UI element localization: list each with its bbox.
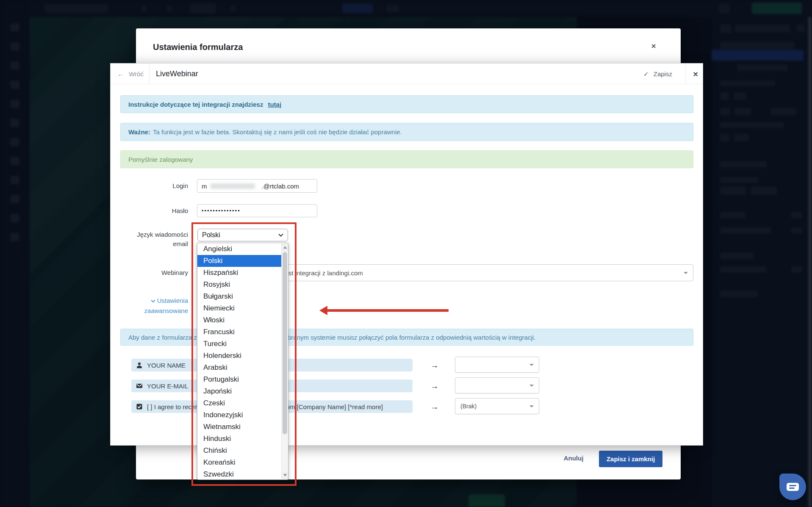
chevron-down-icon [151,299,155,303]
annotation-arrow [327,309,449,312]
webinars-label: Webinary [111,268,188,277]
arrow-right-icon: → [428,402,441,412]
mapping-select[interactable] [455,377,539,393]
chevron-down-icon [529,364,534,366]
mapping-select[interactable] [455,357,539,373]
beta-text: Ta funkcja jest w fazie beta. Skontaktuj… [153,128,402,136]
mapping-value: (Brak) [460,403,477,410]
language-option[interactable]: Rosyjski [197,279,282,291]
language-option[interactable]: Japoński [197,385,282,397]
password-label: Hasło [111,206,188,216]
scroll-up-button[interactable] [282,244,288,251]
scrollbar-thumb[interactable] [283,252,287,434]
header-divider [149,64,150,84]
language-option[interactable]: Szwedzki [197,468,282,479]
annotation-arrow-head [319,306,327,315]
back-button[interactable]: ← Wróć [117,64,144,84]
language-option[interactable]: Hiszpański [197,267,282,279]
language-option[interactable]: Angielski [197,243,282,255]
chevron-down-icon [529,385,534,387]
success-banner: Pomyślnie zalogowany [120,150,693,168]
arrow-right-icon: → [428,382,441,391]
language-option[interactable]: Chiński [197,445,282,457]
password-input[interactable]: •••••••••••••• [197,204,317,217]
chevron-down-icon [529,405,534,407]
language-option[interactable]: Czeski [197,397,282,409]
user-icon [136,362,143,368]
password-dots: •••••••••••••• [202,208,241,214]
screen: Ustawienia formularza × Anuluj Zapisz i … [0,0,812,507]
close-icon[interactable]: × [689,68,702,80]
cancel-button[interactable]: Anuluj [561,454,586,462]
language-option[interactable]: Turecki [197,338,282,350]
chevron-down-icon [278,233,283,237]
advanced-settings-link[interactable]: Ustawienia zaawansowane [111,296,188,316]
check-icon: ✓ [643,70,649,78]
back-label: Wróć [129,70,144,78]
back-arrow-icon: ← [117,70,124,78]
language-select[interactable]: Polski [197,229,288,241]
language-label: Język wiadomości email [111,230,188,249]
chat-bubble-icon [787,483,799,491]
language-option[interactable]: Polski [197,255,282,267]
modal-title: LiveWebinar [156,64,198,84]
language-option[interactable]: Wietnamski [197,421,282,433]
dropdown-scrollbar[interactable] [281,244,288,479]
language-options-list: AngielskiPolskiHiszpańskiRosyjskiBułgars… [197,243,282,479]
arrow-right-icon: → [428,361,441,370]
language-option[interactable]: Indonezyjski [197,409,282,421]
checkbox-icon [136,403,143,410]
arrow-down-icon [283,474,287,477]
login-value-start: m [202,183,207,190]
instructions-banner: Instrukcje dotyczące tej integracji znaj… [120,95,693,113]
login-input[interactable]: m .@rtclab.com [197,179,317,193]
language-selected-value: Polski [202,231,220,239]
mapping-note-text: Aby dane z formularza zostały poprawnie … [128,334,535,341]
form-settings-title: Ustawienia formularza [153,42,243,52]
chat-launcher-button[interactable] [779,474,806,500]
scroll-down-button[interactable] [282,471,288,479]
language-option[interactable]: Portugalski [197,374,282,385]
success-text: Pomyślnie zalogowany [128,156,193,163]
mapping-select[interactable]: (Brak) [455,398,539,414]
field-label: YOUR E-MAIL [147,382,188,390]
language-option[interactable]: Francuski [197,326,282,338]
login-value-end: .@rtclab.com [262,183,299,190]
redacted-text [211,183,255,189]
language-option[interactable]: Bułgarski [197,291,282,302]
webinar-select[interactable]: Test integracji z landingi.com [278,264,693,281]
language-options-dropdown: AngielskiPolskiHiszpańskiRosyjskiBułgars… [197,243,288,480]
modal-header: ← Wróć LiveWebinar ✓ Zapisz × [111,64,703,84]
language-option[interactable]: Włoski [197,314,282,326]
login-label: Login [111,181,188,191]
webinar-selected-value: Test integracji z landingi.com [282,269,363,277]
language-option[interactable]: Arabski [197,362,282,374]
arrow-up-icon [283,246,287,249]
mail-icon [136,382,143,389]
language-option[interactable]: Holenderski [197,350,282,362]
language-option[interactable]: Koreański [197,457,282,468]
save-label: Zapisz [654,70,672,78]
language-option[interactable]: Niemiecki [197,302,282,314]
chevron-down-icon [684,272,688,274]
header-divider [685,64,686,84]
language-option[interactable]: Hinduski [197,433,282,445]
save-and-close-button[interactable]: Zapisz i zamknij [599,451,662,467]
instructions-link[interactable]: tutaj [268,101,281,108]
beta-banner: Ważne: Ta funkcja jest w fazie beta. Sko… [120,123,693,141]
beta-bold: Ważne: [128,128,150,136]
field-label: YOUR NAME [147,362,186,369]
close-icon[interactable]: × [648,40,660,52]
instructions-text: Instrukcje dotyczące tej integracji znaj… [128,101,263,108]
save-button[interactable]: ✓ Zapisz [643,64,672,84]
